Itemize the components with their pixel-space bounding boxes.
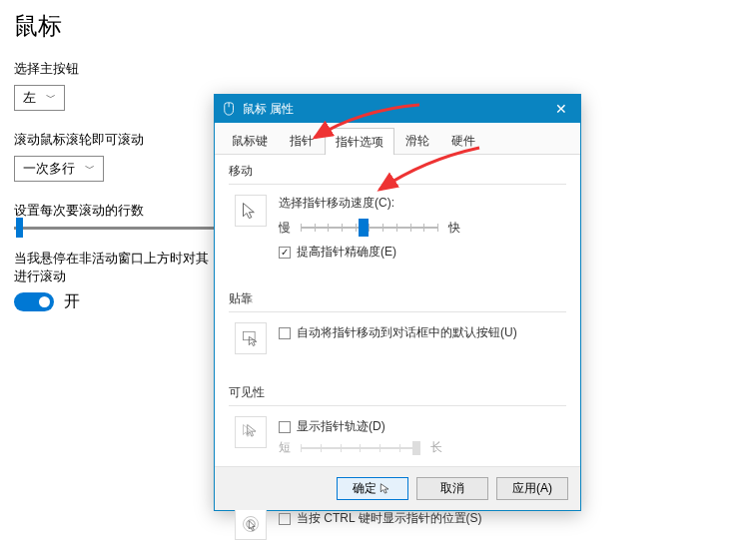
primary-button-value: 左 <box>23 89 36 107</box>
dialog-title: 鼠标 属性 <box>243 101 294 118</box>
dialog-tabs: 鼠标键 指针 指针选项 滑轮 硬件 <box>215 123 580 155</box>
snap-label: 自动将指针移动到对话框中的默认按钮(U) <box>297 324 517 341</box>
ctrl-locate-label: 当按 CTRL 键时显示指针的位置(S) <box>297 510 482 527</box>
apply-button[interactable]: 应用(A) <box>496 477 568 500</box>
trails-label: 显示指针轨迹(D) <box>297 418 385 435</box>
primary-button-select[interactable]: 左 ﹀ <box>14 85 65 111</box>
inactive-scroll-label: 当我悬停在非活动窗口上方时对其进行滚动 <box>14 250 216 285</box>
scroll-wheel-select[interactable]: 一次多行 ﹀ <box>14 156 104 182</box>
trails-checkbox[interactable] <box>279 421 291 433</box>
inactive-scroll-toggle[interactable] <box>14 292 54 311</box>
close-button[interactable]: ✕ <box>542 95 580 123</box>
dialog-footer: 确定 取消 应用(A) <box>215 466 580 510</box>
chevron-down-icon: ﹀ <box>46 91 56 105</box>
toggle-knob <box>39 296 50 307</box>
motion-group-label: 移动 <box>229 163 566 180</box>
ok-button-label: 确定 <box>353 480 377 497</box>
trails-icon <box>235 416 267 448</box>
mouse-icon <box>223 102 237 116</box>
snap-icon <box>235 322 267 354</box>
speed-slider-thumb[interactable] <box>359 219 369 237</box>
cancel-button[interactable]: 取消 <box>416 477 488 500</box>
svg-point-3 <box>244 517 259 532</box>
tab-hardware[interactable]: 硬件 <box>440 127 486 154</box>
lines-slider-thumb[interactable] <box>16 218 23 238</box>
toggle-state-text: 开 <box>64 291 80 312</box>
trails-slider <box>301 440 420 456</box>
tab-pointer-options[interactable]: 指针选项 <box>325 128 394 155</box>
speed-slow-label: 慢 <box>279 220 291 237</box>
close-icon: ✕ <box>555 101 567 117</box>
tab-wheel[interactable]: 滑轮 <box>394 127 440 154</box>
snap-checkbox[interactable] <box>279 327 291 339</box>
dialog-titlebar[interactable]: 鼠标 属性 ✕ <box>215 95 580 123</box>
speed-label: 选择指针移动速度(C): <box>279 195 566 212</box>
chevron-down-icon: ﹀ <box>85 162 95 176</box>
trails-short-label: 短 <box>279 439 291 456</box>
lines-slider[interactable] <box>14 227 214 230</box>
cursor-speed-icon <box>235 195 267 227</box>
scroll-wheel-value: 一次多行 <box>23 160 75 178</box>
speed-fast-label: 快 <box>448 220 460 237</box>
ctrl-locate-icon <box>235 508 267 540</box>
trails-long-label: 长 <box>430 439 442 456</box>
mouse-properties-dialog: 鼠标 属性 ✕ 鼠标键 指针 指针选项 滑轮 硬件 移动 选择指针移动速度(C)… <box>214 94 581 511</box>
tab-buttons[interactable]: 鼠标键 <box>221 127 279 154</box>
scroll-wheel-label: 滚动鼠标滚轮即可滚动 <box>14 131 216 149</box>
page-title: 鼠标 <box>14 10 216 42</box>
ok-button[interactable]: 确定 <box>337 477 408 500</box>
visibility-group-label: 可见性 <box>229 384 566 401</box>
primary-button-label: 选择主按钮 <box>14 60 216 78</box>
lines-label: 设置每次要滚动的行数 <box>14 202 216 220</box>
enhance-precision-checkbox[interactable] <box>279 247 291 259</box>
speed-slider[interactable] <box>301 218 438 238</box>
cursor-icon <box>378 482 392 496</box>
snap-group-label: 贴靠 <box>229 290 566 307</box>
tab-pointers[interactable]: 指针 <box>279 127 325 154</box>
ctrl-locate-checkbox[interactable] <box>279 513 291 525</box>
enhance-precision-label: 提高指针精确度(E) <box>297 244 396 261</box>
